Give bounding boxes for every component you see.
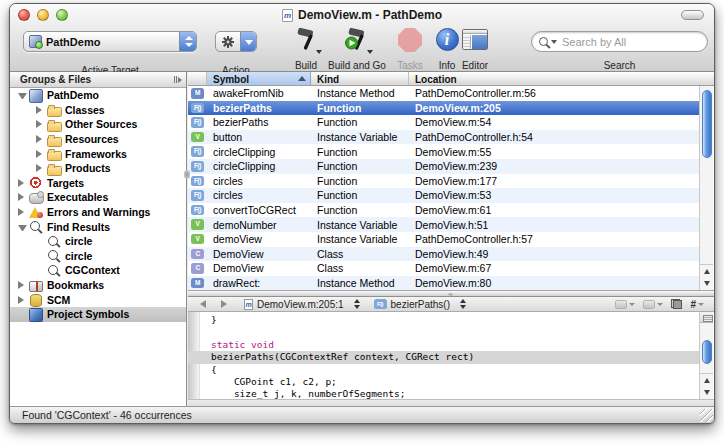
table-row-demonumber[interactable]: VdemoNumberInstance VariableDemoView.h:5… — [188, 217, 699, 232]
table-row-circles[interactable]: F()circlesFunctionDemoView.m:177 — [188, 174, 699, 189]
table-row-demoview[interactable]: CDemoViewClassDemoView.m:67 — [188, 261, 699, 276]
editor-scroll-thumb[interactable] — [702, 340, 712, 364]
sidebar-item-cgcontext[interactable]: CGContext — [10, 263, 186, 278]
editor-button[interactable]: Editor — [457, 26, 493, 50]
code-editor[interactable]: }static voidbezierPaths(CGContextRef con… — [188, 312, 699, 399]
search-field[interactable] — [531, 31, 708, 52]
sidebar-item-pathdemo[interactable]: PathDemo — [10, 88, 186, 103]
bookmarks-menu-button[interactable] — [615, 300, 635, 309]
counterpart-file-icon[interactable] — [671, 299, 682, 309]
search-scope-dropdown-icon[interactable] — [551, 40, 557, 44]
cell-symbol: DemoView — [207, 248, 311, 260]
sidebar-item-circle[interactable]: circle — [10, 249, 186, 264]
sidebar-item-products[interactable]: Products — [10, 161, 186, 176]
build-and-go-button[interactable]: Build and Go — [326, 26, 388, 56]
active-target-popup[interactable]: PathDemo Active Target — [23, 31, 197, 52]
sidebar-item-circle[interactable]: circle — [10, 234, 186, 249]
sidebar-item-errors-and-warnings[interactable]: Errors and Warnings — [10, 205, 186, 220]
search-input[interactable] — [562, 36, 707, 48]
cell-symbol: circles — [207, 175, 311, 187]
location-column-header[interactable]: Location — [409, 72, 714, 85]
sidebar-item-executables[interactable]: Executables — [10, 190, 186, 205]
cell-symbol: demoView — [207, 233, 311, 245]
table-scroll-thumb[interactable] — [702, 90, 712, 158]
disclosure-triangle-icon[interactable] — [18, 225, 27, 231]
breakpoints-menu-button[interactable] — [643, 300, 663, 309]
cell-symbol: demoNumber — [207, 219, 311, 231]
sidebar-item-label: Find Results — [47, 221, 110, 233]
editor-scrollbar[interactable] — [699, 312, 713, 399]
groups-files-sidebar: Groups & Files PathDemoClassesOther Sour… — [10, 72, 187, 406]
folder-icon — [47, 162, 61, 175]
cell-location: DemoView.h:49 — [409, 248, 699, 260]
kind-column-header[interactable]: Kind — [311, 72, 409, 85]
disclosure-triangle-icon[interactable] — [18, 281, 27, 289]
badge-column-header[interactable] — [188, 72, 207, 85]
magnifier-icon — [47, 235, 61, 248]
table-row-button[interactable]: VbuttonInstance VariablePathDemoControll… — [188, 130, 699, 145]
table-row-bezierpaths[interactable]: F()bezierPathsFunctionDemoView.m:54 — [188, 115, 699, 130]
scm-icon — [29, 293, 43, 306]
symbol-kind-badge-icon: F() — [191, 161, 204, 172]
table-row-awakefromnib[interactable]: MawakeFromNibInstance MethodPathDemoCont… — [188, 86, 699, 101]
sidebar-item-classes[interactable]: Classes — [10, 103, 186, 118]
symbol-kind-badge-icon: F() — [191, 117, 204, 128]
disclosure-triangle-icon[interactable] — [18, 179, 27, 187]
file-popup-value: DemoView.m:205:1 — [257, 299, 344, 310]
cell-symbol: bezierPaths — [207, 102, 311, 114]
table-row-drawrect[interactable]: MdrawRect:Instance MethodDemoView.m:80 — [188, 276, 699, 291]
table-row-circleclipping[interactable]: F()circleClippingFunctionDemoView.m:55 — [188, 144, 699, 159]
cell-kind: Class — [311, 262, 409, 274]
table-row-demoview[interactable]: VdemoViewInstance VariablePathDemoContro… — [188, 232, 699, 247]
sidebar-item-project-symbols[interactable]: Project Symbols — [10, 307, 186, 322]
sidebar-item-bookmarks[interactable]: Bookmarks — [10, 278, 186, 293]
cell-kind: Function — [311, 116, 409, 128]
symbol-column-header[interactable]: Symbol — [207, 72, 311, 85]
sidebar-item-scm[interactable]: SCM — [10, 292, 186, 307]
editor-scroll-arrows[interactable] — [700, 373, 713, 399]
table-row-demoview[interactable]: CDemoViewClassDemoView.h:49 — [188, 247, 699, 262]
table-scroll-arrows[interactable] — [700, 264, 713, 290]
table-row-bezierpaths[interactable]: F()bezierPathsFunctionDemoView.m:205 — [188, 101, 699, 116]
action-menu-button[interactable]: Action — [215, 31, 257, 52]
toolbar-toggle-capsule[interactable] — [681, 10, 704, 20]
sidebar-item-targets[interactable]: Targets — [10, 176, 186, 191]
disclosure-triangle-icon[interactable] — [18, 208, 27, 216]
disclosure-triangle-icon[interactable] — [36, 150, 45, 158]
disclosure-triangle-icon[interactable] — [36, 135, 45, 143]
cell-kind: Instance Variable — [311, 131, 409, 143]
sidebar-item-frameworks[interactable]: Frameworks — [10, 146, 186, 161]
line-number-menu-button[interactable]: # — [690, 299, 704, 310]
sidebar-item-resources[interactable]: Resources — [10, 132, 186, 147]
cell-location: DemoView.m:55 — [409, 146, 699, 158]
sidebar-header: Groups & Files — [10, 72, 186, 88]
disclosure-triangle-icon[interactable] — [18, 93, 27, 99]
disclosure-triangle-icon[interactable] — [36, 106, 45, 114]
disclosure-triangle-icon[interactable] — [36, 120, 45, 128]
resize-grip[interactable] — [700, 409, 713, 422]
disclosure-triangle-icon[interactable] — [18, 296, 27, 304]
sidebar-item-other-sources[interactable]: Other Sources — [10, 117, 186, 132]
sidebar-item-find-results[interactable]: Find Results — [10, 219, 186, 234]
table-row-converttocgrect[interactable]: F()convertToCGRectFunctionDemoView.m:61 — [188, 203, 699, 218]
column-toggle-icon[interactable] — [174, 76, 182, 83]
split-editor-icon[interactable] — [700, 312, 713, 323]
disclosure-triangle-icon[interactable] — [36, 164, 45, 172]
editor-nav-bar: m DemoView.m:205:1 F() bezierPaths() # — [188, 297, 714, 312]
build-button[interactable]: Build — [288, 26, 324, 56]
warning-icon — [29, 206, 43, 219]
code-lines: }static voidbezierPaths(CGContextRef con… — [201, 314, 699, 399]
table-row-circleclipping[interactable]: F()circleClippingFunctionDemoView.m:239 — [188, 159, 699, 174]
sidebar-item-label: Errors and Warnings — [47, 206, 150, 218]
function-popup[interactable]: F() bezierPaths() — [374, 299, 466, 310]
disclosure-triangle-icon[interactable] — [18, 193, 27, 201]
bookmark-icon — [615, 300, 627, 309]
table-editor-splitter[interactable] — [188, 290, 714, 297]
splitter-handle[interactable] — [184, 170, 190, 179]
file-history-popup[interactable]: m DemoView.m:205:1 — [244, 299, 360, 310]
title-bar[interactable]: m DemoView.m - PathDemo — [10, 4, 714, 26]
back-button[interactable] — [196, 299, 209, 310]
table-scrollbar[interactable] — [699, 86, 713, 290]
table-row-circles[interactable]: F()circlesFunctionDemoView.m:53 — [188, 188, 699, 203]
forward-button[interactable] — [217, 299, 230, 310]
